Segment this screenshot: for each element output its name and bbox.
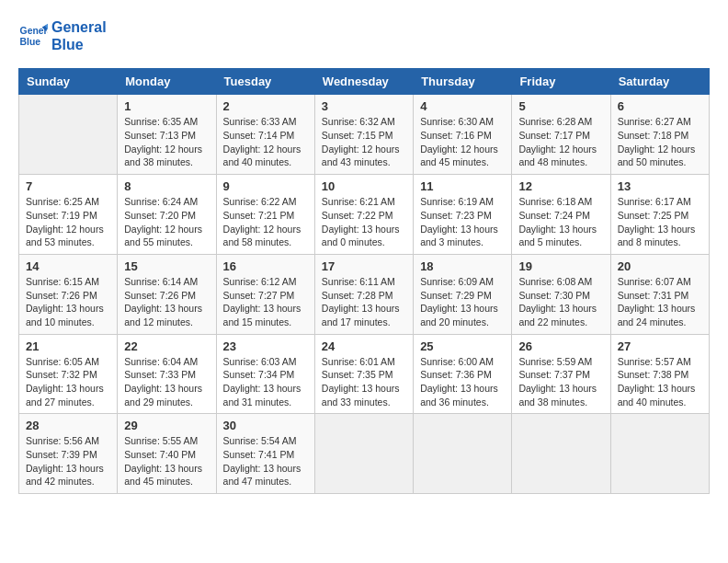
- calendar-cell: 3Sunrise: 6:32 AMSunset: 7:15 PMDaylight…: [314, 95, 413, 175]
- day-number: 15: [124, 259, 209, 273]
- day-info: Sunrise: 6:03 AMSunset: 7:34 PMDaylight:…: [223, 355, 308, 409]
- day-number: 25: [420, 339, 505, 353]
- calendar-cell: 19Sunrise: 6:08 AMSunset: 7:30 PMDayligh…: [512, 254, 610, 334]
- calendar-cell: 16Sunrise: 6:12 AMSunset: 7:27 PMDayligh…: [216, 254, 314, 334]
- calendar-cell: 18Sunrise: 6:09 AMSunset: 7:29 PMDayligh…: [414, 254, 512, 334]
- day-number: 20: [618, 259, 702, 273]
- calendar-cell: 23Sunrise: 6:03 AMSunset: 7:34 PMDayligh…: [216, 334, 314, 414]
- day-info: Sunrise: 5:56 AMSunset: 7:39 PMDaylight:…: [26, 434, 110, 488]
- day-info: Sunrise: 6:27 AMSunset: 7:18 PMDaylight:…: [618, 115, 702, 169]
- day-number: 7: [26, 179, 110, 193]
- day-number: 11: [420, 179, 505, 193]
- day-info: Sunrise: 6:08 AMSunset: 7:30 PMDaylight:…: [518, 275, 603, 329]
- calendar-cell: 15Sunrise: 6:14 AMSunset: 7:26 PMDayligh…: [118, 254, 216, 334]
- logo-text-general: General: [51, 18, 107, 36]
- day-number: 26: [518, 339, 603, 353]
- calendar-cell: 2Sunrise: 6:33 AMSunset: 7:14 PMDaylight…: [216, 95, 314, 175]
- day-info: Sunrise: 6:04 AMSunset: 7:33 PMDaylight:…: [124, 355, 209, 409]
- calendar-cell: 4Sunrise: 6:30 AMSunset: 7:16 PMDaylight…: [414, 95, 512, 175]
- calendar-cell: 1Sunrise: 6:35 AMSunset: 7:13 PMDaylight…: [118, 95, 216, 175]
- calendar-cell: [414, 414, 512, 494]
- calendar-cell: [610, 414, 709, 494]
- calendar-week-row: 21Sunrise: 6:05 AMSunset: 7:32 PMDayligh…: [19, 334, 710, 414]
- calendar-week-row: 28Sunrise: 5:56 AMSunset: 7:39 PMDayligh…: [19, 414, 710, 494]
- column-header-saturday: Saturday: [610, 69, 709, 95]
- calendar-cell: 20Sunrise: 6:07 AMSunset: 7:31 PMDayligh…: [610, 254, 709, 334]
- day-info: Sunrise: 6:25 AMSunset: 7:19 PMDaylight:…: [26, 195, 110, 249]
- day-number: 30: [223, 419, 308, 432]
- page-header: General Blue General Blue: [18, 18, 710, 53]
- day-info: Sunrise: 6:17 AMSunset: 7:25 PMDaylight:…: [618, 195, 702, 249]
- day-info: Sunrise: 6:24 AMSunset: 7:20 PMDaylight:…: [124, 195, 209, 249]
- calendar-cell: [19, 95, 118, 175]
- calendar-cell: 28Sunrise: 5:56 AMSunset: 7:39 PMDayligh…: [19, 414, 118, 494]
- svg-text:Blue: Blue: [20, 37, 41, 47]
- day-number: 22: [124, 339, 209, 353]
- day-info: Sunrise: 6:19 AMSunset: 7:23 PMDaylight:…: [420, 195, 505, 249]
- day-number: 6: [618, 99, 702, 113]
- day-number: 13: [618, 179, 702, 193]
- calendar-cell: [314, 414, 413, 494]
- calendar-cell: 29Sunrise: 5:55 AMSunset: 7:40 PMDayligh…: [118, 414, 216, 494]
- day-number: 1: [124, 99, 209, 113]
- day-number: 3: [322, 99, 406, 113]
- calendar-cell: [512, 414, 610, 494]
- column-header-sunday: Sunday: [19, 69, 118, 95]
- day-number: 12: [518, 179, 603, 193]
- day-number: 10: [322, 179, 406, 193]
- calendar-cell: 7Sunrise: 6:25 AMSunset: 7:19 PMDaylight…: [19, 175, 118, 255]
- day-number: 19: [518, 259, 603, 273]
- calendar-cell: 9Sunrise: 6:22 AMSunset: 7:21 PMDaylight…: [216, 175, 314, 255]
- calendar-cell: 12Sunrise: 6:18 AMSunset: 7:24 PMDayligh…: [512, 175, 610, 255]
- day-number: 9: [223, 179, 308, 193]
- calendar-cell: 8Sunrise: 6:24 AMSunset: 7:20 PMDaylight…: [118, 175, 216, 255]
- calendar-week-row: 1Sunrise: 6:35 AMSunset: 7:13 PMDaylight…: [19, 95, 710, 175]
- day-info: Sunrise: 6:33 AMSunset: 7:14 PMDaylight:…: [223, 115, 308, 169]
- logo-text-blue: Blue: [51, 36, 107, 53]
- calendar-cell: 30Sunrise: 5:54 AMSunset: 7:41 PMDayligh…: [216, 414, 314, 494]
- calendar-week-row: 7Sunrise: 6:25 AMSunset: 7:19 PMDaylight…: [19, 175, 710, 255]
- calendar-cell: 24Sunrise: 6:01 AMSunset: 7:35 PMDayligh…: [314, 334, 413, 414]
- calendar-table: SundayMondayTuesdayWednesdayThursdayFrid…: [18, 68, 710, 494]
- column-header-tuesday: Tuesday: [216, 69, 314, 95]
- day-number: 28: [26, 419, 110, 432]
- calendar-cell: 21Sunrise: 6:05 AMSunset: 7:32 PMDayligh…: [19, 334, 118, 414]
- day-info: Sunrise: 6:09 AMSunset: 7:29 PMDaylight:…: [420, 275, 505, 329]
- column-header-wednesday: Wednesday: [314, 69, 413, 95]
- calendar-cell: 13Sunrise: 6:17 AMSunset: 7:25 PMDayligh…: [610, 175, 709, 255]
- day-number: 23: [223, 339, 308, 353]
- calendar-cell: 5Sunrise: 6:28 AMSunset: 7:17 PMDaylight…: [512, 95, 610, 175]
- day-number: 2: [223, 99, 308, 113]
- day-number: 21: [26, 339, 110, 353]
- calendar-cell: 26Sunrise: 5:59 AMSunset: 7:37 PMDayligh…: [512, 334, 610, 414]
- day-number: 17: [322, 259, 406, 273]
- calendar-cell: 22Sunrise: 6:04 AMSunset: 7:33 PMDayligh…: [118, 334, 216, 414]
- day-info: Sunrise: 6:12 AMSunset: 7:27 PMDaylight:…: [223, 275, 308, 329]
- calendar-cell: 6Sunrise: 6:27 AMSunset: 7:18 PMDaylight…: [610, 95, 709, 175]
- day-info: Sunrise: 5:57 AMSunset: 7:38 PMDaylight:…: [618, 355, 702, 409]
- calendar-cell: 14Sunrise: 6:15 AMSunset: 7:26 PMDayligh…: [19, 254, 118, 334]
- day-number: 5: [518, 99, 603, 113]
- calendar-week-row: 14Sunrise: 6:15 AMSunset: 7:26 PMDayligh…: [19, 254, 710, 334]
- day-number: 8: [124, 179, 209, 193]
- day-info: Sunrise: 6:35 AMSunset: 7:13 PMDaylight:…: [124, 115, 209, 169]
- day-number: 4: [420, 99, 505, 113]
- calendar-cell: 11Sunrise: 6:19 AMSunset: 7:23 PMDayligh…: [414, 175, 512, 255]
- day-info: Sunrise: 6:21 AMSunset: 7:22 PMDaylight:…: [322, 195, 406, 249]
- day-info: Sunrise: 5:54 AMSunset: 7:41 PMDaylight:…: [223, 434, 308, 488]
- column-header-monday: Monday: [118, 69, 216, 95]
- calendar-header-row: SundayMondayTuesdayWednesdayThursdayFrid…: [19, 69, 710, 95]
- column-header-friday: Friday: [512, 69, 610, 95]
- day-info: Sunrise: 6:28 AMSunset: 7:17 PMDaylight:…: [518, 115, 603, 169]
- day-info: Sunrise: 6:00 AMSunset: 7:36 PMDaylight:…: [420, 355, 505, 409]
- day-info: Sunrise: 6:22 AMSunset: 7:21 PMDaylight:…: [223, 195, 308, 249]
- calendar-cell: 27Sunrise: 5:57 AMSunset: 7:38 PMDayligh…: [610, 334, 709, 414]
- day-info: Sunrise: 6:05 AMSunset: 7:32 PMDaylight:…: [26, 355, 110, 409]
- day-number: 18: [420, 259, 505, 273]
- calendar-cell: 10Sunrise: 6:21 AMSunset: 7:22 PMDayligh…: [314, 175, 413, 255]
- day-info: Sunrise: 6:01 AMSunset: 7:35 PMDaylight:…: [322, 355, 406, 409]
- day-info: Sunrise: 6:18 AMSunset: 7:24 PMDaylight:…: [518, 195, 603, 249]
- day-number: 14: [26, 259, 110, 273]
- calendar-cell: 25Sunrise: 6:00 AMSunset: 7:36 PMDayligh…: [414, 334, 512, 414]
- day-info: Sunrise: 6:11 AMSunset: 7:28 PMDaylight:…: [322, 275, 406, 329]
